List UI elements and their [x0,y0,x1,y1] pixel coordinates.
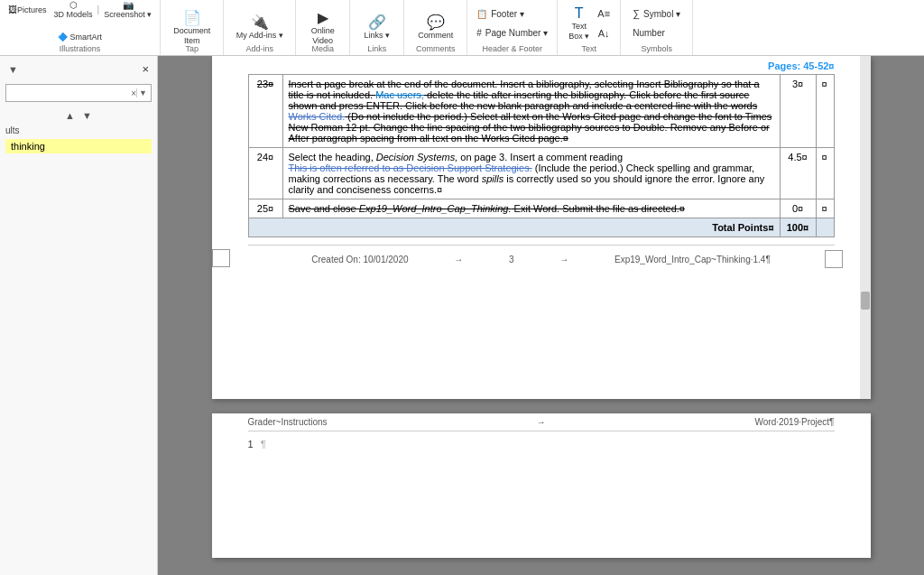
row-23-num: 23¤ [248,75,282,148]
online-video-button[interactable]: ▶ Online Video [308,8,338,48]
row-24-italic1: Decision Systems, [376,152,457,162]
ribbon-group-headerfooter: 📋 Footer ▾ # Page Number ▾ Header & Foot… [467,0,558,55]
comments-group-label: Comments [404,44,467,53]
row-23-text3: (Do not include the period.) Select all … [289,111,772,144]
panel-dropdown-button[interactable]: ▼ [5,63,21,76]
scrollbar-thumb[interactable] [861,292,870,310]
footer-created: Created On: 10/01/2020 [311,255,408,264]
scrollbar-track [860,56,871,399]
thinking-item[interactable]: thinking [5,139,152,153]
links-button[interactable]: 🔗 Links ▾ [360,8,393,48]
search-dropdown-button[interactable]: ▼ [136,88,147,97]
scroll-up-button[interactable]: ▲ [62,109,78,122]
row-25-extra: ¤ [816,199,834,218]
page2-header-arrow: → [537,417,546,427]
row-24-italic2: spills [482,173,504,184]
row-23-extra: ¤ [816,75,834,148]
text-box-button[interactable]: T Text Box ▾ [565,4,593,43]
number-button[interactable]: Number [630,23,683,42]
smartart-button[interactable]: 🔷 SmartArt [55,28,105,46]
comment-button[interactable]: 💬 Comment [414,8,457,48]
paragraph-mark: ¶ [261,439,266,450]
pictures-button[interactable]: 🖼 Pictures [5,1,50,19]
page1-footer: Created On: 10/01/2020 → 3 → Exp19_Word_… [248,245,835,269]
total-extra [816,218,834,237]
headerfooter-group-label: Header & Footer [467,44,557,53]
my-addins-button[interactable]: 🔌 My Add-ins ▾ [233,8,287,48]
ribbon-group-symbols: ∑ Symbol ▾ Number Symbols [621,0,693,55]
ribbon-group-illustrations: 🖼 Pictures ⬡ 3D Models | 📷 Screenshot ▾ … [0,0,161,55]
row-23-points: 3¤ [780,75,816,148]
panel-close-button[interactable]: × [139,61,152,77]
page2-header: Grader~Instructions → Word·2019·Project¶ [248,413,835,431]
footer-arrow2: → [559,255,568,264]
table-row: 24¤ Select the heading, Decision Systems… [248,148,834,199]
page2-line1: 1 ¶ [248,439,835,450]
text-group-label: Text [558,44,620,53]
table-row: 25¤ Save and close Exp19_Word_Intro_Cap_… [248,199,834,218]
quick-parts-button[interactable]: A≡ [595,5,613,23]
scroll-down-button[interactable]: ▼ [79,109,95,122]
row-24-comment: This·is·often·referred·to·as·Decision·Su… [289,162,532,173]
row-25-text2: Exit Word. Submit the file as directed.¤ [512,203,685,214]
table-row: 23¤ Insert a page break at the end of th… [248,75,834,148]
ribbon-group-links: 🔗 Links ▾ Links [350,0,404,55]
panel-scroll-buttons: ▲ ▼ [0,107,157,124]
row-23-content: Insert a page break at the end of the do… [282,75,780,148]
row-24-text2: on page 3. Insert a comment reading [457,152,623,162]
ribbon-group-text: T Text Box ▾ A≡ A↓ Text [558,0,621,55]
row-23-workcited: Works·Cited. [289,111,346,122]
wordart-button[interactable]: A↓ [595,24,613,42]
ribbon-group-media: ▶ Online Video Media [296,0,350,55]
page-number-button[interactable]: # Page Number ▾ [474,23,550,42]
row-25-content: Save and close Exp19_Word_Intro_Cap_Thin… [282,199,780,218]
row-24-text1: Select the heading, [289,152,376,162]
addins-group-label: Add-ins [224,44,295,53]
footer-arrow1: → [454,255,463,264]
screenshot-button[interactable]: 📷 Screenshot ▾ [101,1,154,19]
doc-page-1: Pages: 45-52¤ 23¤ Insert a page break at… [212,56,871,399]
page2-header-left: Grader~Instructions [248,417,328,427]
row-23-number: 23¤ [257,79,273,89]
footer-button[interactable]: 📋 Footer ▾ [474,5,550,23]
media-group-label: Media [296,44,349,53]
pages-header: Pages: 45-52¤ [768,57,834,75]
row-24-points: 4.5¤ [780,148,816,199]
ribbon-group-comments: 💬 Comment Comments [404,0,467,55]
left-panel: ▼ × × ▼ ▲ ▼ ults thinking [0,56,158,575]
illustrations-group-label: Illustrations [0,44,160,53]
doc-page-2: Grader~Instructions → Word·2019·Project¶… [212,413,871,558]
total-value: 100¤ [780,218,816,237]
ribbon-group-tap: 📄 Document Item Tap [161,0,224,55]
row-24-extra: ¤ [816,148,834,199]
symbol-button[interactable]: ∑ Symbol ▾ [630,5,683,23]
symbols-group-label: Symbols [621,44,692,53]
row-25-num: 25¤ [248,199,282,218]
row-25-text1: Save and close [289,203,359,214]
row-23-link: Mac users, [375,89,424,100]
document-item-button[interactable]: 📄 Document Item [170,8,214,48]
panel-search-row: × ▼ [0,82,157,104]
footer-page: 3 [509,255,514,264]
search-box: × ▼ [5,84,152,102]
main-content: Pages: 45-52¤ 23¤ Insert a page break at… [158,56,924,575]
results-label: ults [0,124,157,137]
page2-header-right: Word·2019·Project¶ [754,417,834,427]
ribbon-group-addins: 🔌 My Add-ins ▾ Add-ins [224,0,296,55]
doc-table: 23¤ Insert a page break at the end of th… [248,74,835,237]
footer-left [221,249,239,269]
row-25-italic: Exp19_Word_Intro_Cap_Thinking. [359,203,512,214]
total-row: Total Points¤ 100¤ [248,218,834,237]
row-24-num: 24¤ [248,148,282,199]
footer-right: Exp19_Word_Intro_Cap~Thinking·1.4¶ [614,255,771,264]
3d-models-button[interactable]: ⬡ 3D Models [51,1,96,19]
app-body: ▼ × × ▼ ▲ ▼ ults thinking Pages: 45-52¤ [0,56,924,575]
tap-group-label: Tap [161,44,223,53]
row-24-content: Select the heading, Decision Systems, on… [282,148,780,199]
links-group-label: Links [350,44,403,53]
panel-header: ▼ × [0,60,157,79]
total-label: Total Points¤ [248,218,780,237]
row-25-points: 0¤ [780,199,816,218]
ribbon: 🖼 Pictures ⬡ 3D Models | 📷 Screenshot ▾ … [0,0,924,56]
line-number: 1 [248,439,254,450]
